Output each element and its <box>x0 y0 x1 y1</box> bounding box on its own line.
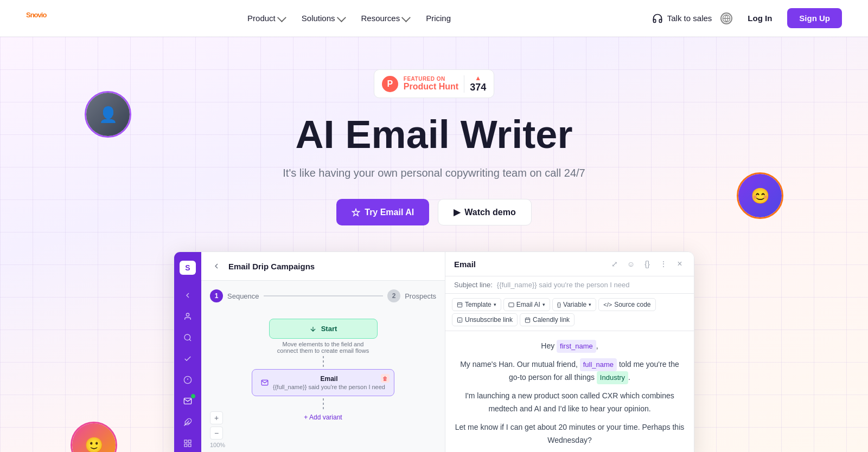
navigation: Snovio Product Solutions Resources Prici… <box>0 0 868 37</box>
login-button[interactable]: Log In <box>741 9 778 27</box>
ph-logo: P <box>382 76 398 92</box>
toolbar-calendly[interactable]: Calendly link <box>520 313 575 326</box>
svg-rect-12 <box>457 302 462 307</box>
industry-variable: Industry <box>597 371 628 384</box>
svg-point-2 <box>184 334 190 340</box>
code-icon[interactable]: {} <box>642 259 653 269</box>
step-number-1: 1 <box>210 289 223 302</box>
product-hunt-badge[interactable]: P FEATURED ON Product Hunt ▲ 374 <box>374 69 494 98</box>
subject-value: {{full_name}} said you're the person I n… <box>497 281 630 289</box>
email-panel-title: Email <box>454 260 476 269</box>
ph-arrow-icon: ▲ <box>475 74 481 82</box>
email-body-para-1: My name's Han. Our mutual friend, full_n… <box>454 358 685 384</box>
signup-button[interactable]: Sign Up <box>787 8 842 28</box>
chevron-down-icon <box>336 13 346 22</box>
nav-product[interactable]: Product <box>241 9 291 27</box>
toolbar-variable[interactable]: {} Variable ▾ <box>552 298 597 311</box>
sequence-step-2: 2 Prospects <box>387 289 436 302</box>
globe-icon <box>722 14 731 23</box>
close-panel-button[interactable]: × <box>674 259 685 269</box>
panel-header: Email Drip Campaigns <box>201 252 445 281</box>
mockup-window: S <box>174 251 694 452</box>
try-email-ai-button[interactable]: Try Email AI <box>336 199 429 225</box>
sparkle-icon <box>352 208 360 217</box>
sidebar-back-icon[interactable] <box>182 290 194 300</box>
sidebar-plugin-icon[interactable] <box>182 417 194 427</box>
avatar-1: 👤 <box>85 91 131 138</box>
nav-resources[interactable]: Resources <box>355 9 416 27</box>
play-icon: ▶ <box>454 207 460 217</box>
panel-content: 1 Sequence 2 Prospects <box>201 281 445 452</box>
sequence-steps: 1 Sequence 2 Prospects <box>210 289 436 302</box>
add-variant-button[interactable]: + Add variant <box>304 414 342 421</box>
hero-subtitle: It's like having your own personal copyw… <box>0 167 868 179</box>
sidebar-grid-icon[interactable] <box>182 438 194 448</box>
sidebar-logo: S <box>180 261 196 275</box>
panel-title: Email Drip Campaigns <box>228 262 315 271</box>
subject-label: Subject line: <box>454 281 493 289</box>
sidebar-info-icon[interactable] <box>182 374 194 385</box>
watch-demo-button[interactable]: ▶ Watch demo <box>438 199 532 225</box>
chevron-down-icon: ▾ <box>589 302 591 307</box>
email-greeting-line: Hey first_name, <box>454 340 685 353</box>
zoom-minus-button[interactable]: − <box>210 427 223 440</box>
language-selector[interactable] <box>720 12 732 24</box>
email-body-para-3: Let me know if I can get about 20 minute… <box>454 421 685 447</box>
sidebar-check-icon[interactable] <box>182 353 194 364</box>
zoom-plus-button[interactable]: + <box>210 411 223 424</box>
toolbar-source-code[interactable]: </> Source code <box>598 298 655 311</box>
toolbar-template[interactable]: Template ▾ <box>452 298 501 311</box>
sidebar-mail-icon[interactable] <box>182 396 194 406</box>
svg-point-1 <box>186 313 189 316</box>
flow-start-node: Start Move elements to the field andconn… <box>269 319 378 354</box>
svg-rect-14 <box>457 318 462 322</box>
curly-icon: {} <box>557 301 561 308</box>
flow-start-desc: Move elements to the field andconnect th… <box>269 341 378 354</box>
flow-connector-2 <box>323 398 324 409</box>
chevron-down-icon <box>277 13 286 22</box>
ph-name: Product Hunt <box>404 82 458 92</box>
full-name-variable: full_name <box>580 358 617 371</box>
nav-solutions[interactable]: Solutions <box>295 9 350 27</box>
chevron-down-icon <box>401 13 411 22</box>
step-number-2: 2 <box>387 289 400 302</box>
email-body: Hey first_name, My name's Han. Our mutua… <box>445 331 694 452</box>
flow-connector-1 <box>323 356 324 367</box>
toolbar-unsubscribe[interactable]: Unsubscribe link <box>452 313 518 326</box>
svg-rect-8 <box>184 440 187 443</box>
chevron-down-icon: ▾ <box>494 302 496 307</box>
email-body-para-2: I'm launching a new product soon called … <box>454 390 685 416</box>
talk-to-sales-button[interactable]: Talk to sales <box>652 13 712 24</box>
ph-count: 374 <box>470 82 486 93</box>
ph-featured-label: FEATURED ON <box>404 76 445 82</box>
toolbar-email-ai[interactable]: Email AI ▾ <box>503 298 550 311</box>
app-sidebar: S <box>174 252 201 452</box>
email-node-icon <box>261 379 269 386</box>
step-connector <box>264 295 384 296</box>
expand-icon[interactable]: ⤢ <box>609 259 620 269</box>
logo-text: Snov <box>26 11 41 19</box>
download-icon <box>309 325 317 333</box>
delete-node-button[interactable]: 🗑 <box>381 374 390 383</box>
sequence-step-1: 1 Sequence <box>210 289 259 302</box>
nav-pricing[interactable]: Pricing <box>419 9 457 27</box>
email-toolbar: Template ▾ Email AI ▾ {} Variable ▾ < <box>445 294 694 331</box>
back-button[interactable] <box>210 260 223 273</box>
sidebar-search-icon[interactable] <box>182 332 194 343</box>
unsubscribe-icon <box>457 317 463 323</box>
logo[interactable]: Snovio <box>26 10 46 27</box>
drip-campaign-panel: Email Drip Campaigns 1 Sequence 2 Prospe… <box>201 252 445 452</box>
template-icon <box>457 302 463 308</box>
code-icon: </> <box>603 301 612 308</box>
logo-suffix: io <box>41 11 47 19</box>
sidebar-contacts-icon[interactable] <box>182 311 194 321</box>
email-node[interactable]: Email {{full_name}} said you're the pers… <box>252 369 394 396</box>
svg-rect-11 <box>184 444 187 447</box>
zoom-controls: + − 100% <box>210 411 225 448</box>
first-name-variable: first_name <box>557 340 596 353</box>
chevron-down-icon: ▾ <box>542 302 545 307</box>
avatar-2: 😊 <box>737 172 783 219</box>
more-icon[interactable]: ⋮ <box>658 259 669 269</box>
emoji-icon[interactable]: ☺ <box>626 259 636 269</box>
app-mockup: S <box>0 251 868 452</box>
